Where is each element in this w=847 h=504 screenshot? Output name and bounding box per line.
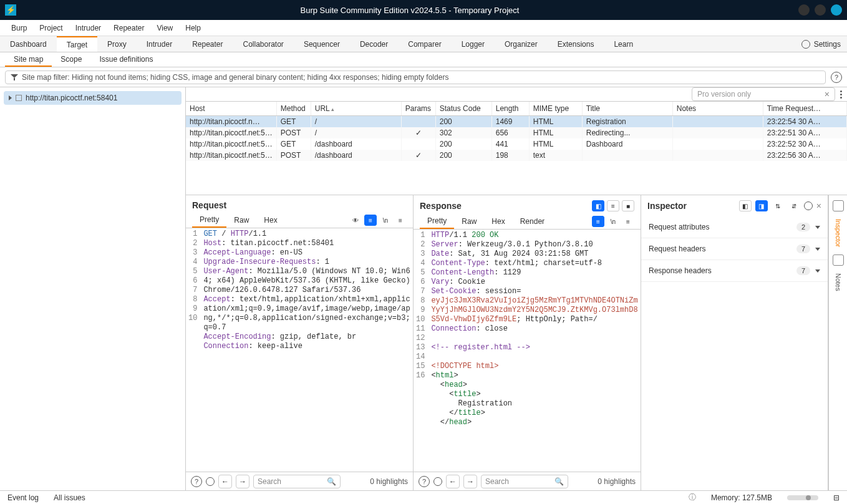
table-row[interactable]: http://titan.picoctf.net:5…POST/dashboar…	[186, 150, 847, 161]
tab-decoder[interactable]: Decoder	[350, 36, 398, 52]
inspector-request-attributes[interactable]: Request attributes 2	[641, 216, 828, 238]
gear-icon[interactable]	[801, 40, 810, 49]
inspector-layout2-icon[interactable]: ◨	[755, 200, 768, 211]
response-search-input[interactable]: Search 🔍	[481, 475, 568, 488]
inspector-request-headers[interactable]: Request headers 7	[641, 238, 828, 260]
response-panel: Response ◧ ≡ ■ Pretty Raw Hex Render ≡ \…	[414, 195, 641, 490]
clear-search-icon[interactable]: ×	[825, 89, 830, 99]
request-next-button[interactable]: →	[236, 475, 249, 488]
tab-logger[interactable]: Logger	[452, 36, 495, 52]
layout-stack-icon[interactable]: ≡	[607, 200, 619, 211]
col-notes[interactable]: Notes	[672, 102, 763, 116]
subtab-scope[interactable]: Scope	[52, 52, 90, 67]
tab-target[interactable]: Target	[57, 36, 97, 52]
info-icon[interactable]: ⓘ	[689, 492, 696, 503]
tab-sequencer[interactable]: Sequencer	[294, 36, 350, 52]
rightbar-inspector-icon[interactable]	[833, 200, 844, 211]
col-host[interactable]: Host	[186, 102, 276, 116]
col-url[interactable]: URL	[311, 102, 401, 116]
tab-comparer[interactable]: Comparer	[398, 36, 451, 52]
col-time[interactable]: Time Request…	[763, 102, 846, 116]
col-title[interactable]: Title	[582, 102, 672, 116]
tab-learn[interactable]: Learn	[604, 36, 643, 52]
request-help-icon[interactable]: ?	[191, 476, 202, 487]
inspector-gear-icon[interactable]	[804, 201, 813, 210]
filter-button[interactable]: Site map filter: Hiding not found items;…	[5, 70, 826, 84]
table-row[interactable]: http://titan.picoctf.net:5…GET/dashboard…	[186, 138, 847, 150]
response-help-icon[interactable]: ?	[419, 476, 430, 487]
inspector-layout1-icon[interactable]: ◧	[739, 200, 752, 211]
layout-full-icon[interactable]: ■	[622, 200, 634, 211]
menu-help[interactable]: Help	[179, 21, 207, 35]
inspector-response-headers[interactable]: Response headers 7	[641, 260, 828, 282]
subtab-issues[interactable]: Issue definitions	[90, 52, 162, 67]
status-allissues[interactable]: All issues	[54, 493, 85, 502]
rightbar-notes-tab[interactable]: Notes	[835, 273, 842, 291]
settings-button[interactable]: Settings	[814, 40, 841, 49]
response-highlights: 0 highlights	[598, 477, 636, 486]
response-hamburger-icon[interactable]: ≡	[622, 216, 634, 227]
request-body[interactable]: 12345678910 GET / HTTP/1.1Host: titan.pi…	[186, 228, 413, 472]
request-tab-pretty[interactable]: Pretty	[192, 213, 226, 228]
newline-icon[interactable]: \n	[379, 215, 392, 226]
col-method[interactable]: Method	[276, 102, 311, 116]
response-newline-icon[interactable]: \n	[607, 216, 619, 227]
response-wrap-icon[interactable]: ≡	[592, 216, 604, 227]
tab-collaborator[interactable]: Collaborator	[233, 36, 294, 52]
response-body[interactable]: 12345678910111213141516 HTTP/1.1 200 OKS…	[414, 230, 641, 472]
col-length[interactable]: Length	[491, 102, 529, 116]
tab-intruder[interactable]: Intruder	[137, 36, 182, 52]
tab-proxy[interactable]: Proxy	[97, 36, 137, 52]
request-panel: Request Pretty Raw Hex 👁 ≡ \n ≡ 12345678…	[186, 195, 414, 490]
maximize-button[interactable]	[815, 4, 826, 16]
request-tab-raw[interactable]: Raw	[226, 213, 256, 227]
more-menu-icon[interactable]	[840, 90, 842, 99]
layout-split-icon[interactable]: ◧	[592, 200, 604, 211]
minimize-button[interactable]	[798, 4, 810, 16]
menu-intruder[interactable]: Intruder	[69, 21, 107, 35]
rightbar-notes-icon[interactable]	[833, 254, 844, 266]
tree-host-item[interactable]: http://titan.picoctf.net:58401	[4, 91, 182, 105]
request-search-input[interactable]: Search 🔍	[253, 475, 341, 488]
status-memory: Memory: 127.5MB	[711, 493, 772, 502]
request-gear-icon[interactable]	[206, 477, 215, 486]
response-tab-raw[interactable]: Raw	[454, 215, 484, 228]
request-prev-button[interactable]: ←	[218, 475, 232, 488]
subtab-sitemap[interactable]: Site map	[5, 52, 52, 67]
col-params[interactable]: Params	[401, 102, 435, 116]
tab-repeater[interactable]: Repeater	[182, 36, 233, 52]
response-tab-hex[interactable]: Hex	[484, 215, 512, 228]
table-row[interactable]: http://titan.picoctf.net:5…POST/✓302656H…	[186, 127, 847, 138]
pro-search-input[interactable]: Pro version only ×	[692, 87, 835, 101]
memory-meter	[787, 495, 818, 500]
request-tab-hex[interactable]: Hex	[256, 213, 284, 227]
visibility-icon[interactable]: 👁	[349, 215, 362, 226]
hamburger-icon[interactable]: ≡	[394, 215, 407, 226]
menu-burp[interactable]: Burp	[5, 21, 33, 35]
chevron-down-icon	[815, 248, 820, 251]
menu-project[interactable]: Project	[33, 21, 69, 35]
table-row[interactable]: http://titan.picoctf.n…GET/2001469HTMLRe…	[186, 116, 847, 128]
col-mime[interactable]: MIME type	[529, 102, 582, 116]
response-tab-render[interactable]: Render	[513, 215, 552, 228]
close-button[interactable]	[831, 4, 842, 16]
wrap-icon[interactable]: ≡	[364, 215, 377, 226]
response-next-button[interactable]: →	[463, 475, 477, 488]
status-eventlog[interactable]: Event log	[7, 493, 39, 502]
response-tab-pretty[interactable]: Pretty	[420, 214, 454, 229]
response-gear-icon[interactable]	[433, 477, 442, 486]
menu-view[interactable]: View	[150, 21, 179, 35]
help-icon[interactable]: ?	[831, 72, 842, 83]
rightbar-inspector-tab[interactable]: Inspector	[835, 219, 842, 247]
inspector-expand-icon[interactable]: ⇅	[772, 200, 784, 211]
tab-dashboard[interactable]: Dashboard	[0, 36, 57, 52]
tab-extensions[interactable]: Extensions	[548, 36, 604, 52]
tab-organizer[interactable]: Organizer	[495, 36, 548, 52]
inspector-collapse-icon[interactable]: ⇵	[788, 200, 800, 211]
response-prev-button[interactable]: ←	[446, 475, 460, 488]
col-status[interactable]: Status Code	[435, 102, 491, 116]
inspector-panel: Inspector ◧ ◨ ⇅ ⇵ × Request attributes 2…	[641, 195, 828, 490]
window-title: Burp Suite Community Edition v2024.5.5 -…	[21, 6, 798, 15]
inspector-close-icon[interactable]: ×	[816, 201, 821, 211]
menu-repeater[interactable]: Repeater	[107, 21, 150, 35]
